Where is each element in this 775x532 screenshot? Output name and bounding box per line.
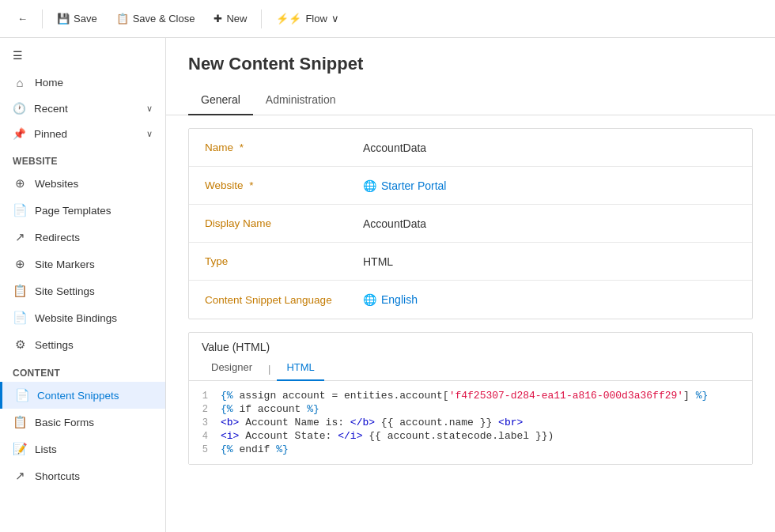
value-header: Value (HTML) [189, 333, 752, 353]
content-section-header: Content [0, 358, 165, 382]
pinned-icon: 📌 [13, 127, 26, 140]
sidebar-item-site-markers[interactable]: ⊕ Site Markers [0, 251, 165, 277]
flow-button[interactable]: ⚡⚡ Flow ∨ [268, 9, 346, 28]
site-markers-icon: ⊕ [13, 257, 27, 271]
settings-icon: ⚙ [13, 338, 27, 352]
save-close-button[interactable]: 📋 Save & Close [108, 9, 203, 28]
code-line-4: 4 <i> Account State: </i> {{ account.sta… [189, 429, 752, 443]
toolbar-divider-1 [42, 9, 43, 28]
value-tab-bar: Designer | HTML [189, 353, 752, 381]
back-button[interactable]: ← [9, 9, 36, 28]
flow-chevron-icon: ∨ [331, 13, 339, 25]
sidebar-item-pinned[interactable]: 📌 Pinned ∨ [0, 121, 165, 146]
websites-icon: ⊕ [13, 176, 27, 191]
sidebar-item-redirects[interactable]: ↗ Redirects [0, 224, 165, 251]
main-area: ☰ ⌂ Home 🕐 Recent ∨ 📌 Pinned ∨ Website ⊕… [0, 38, 775, 532]
code-line-5: 5 {% endif %} [189, 443, 752, 456]
display-name-label: Display Name [205, 217, 363, 229]
code-area: 1 {% assign account = entities.account['… [189, 381, 752, 464]
lists-icon: 📝 [13, 442, 27, 456]
hamburger-icon: ☰ [13, 49, 23, 62]
site-settings-icon: 📋 [13, 284, 27, 298]
sidebar-item-websites[interactable]: ⊕ Websites [0, 170, 165, 197]
sidebar-item-page-templates[interactable]: 📄 Page Templates [0, 197, 165, 224]
tab-administration[interactable]: Administration [253, 87, 349, 115]
code-line-2: 2 {% if account %} [189, 402, 752, 416]
type-label: Type [205, 255, 363, 267]
website-required: * [249, 179, 253, 191]
name-label: Name * [205, 141, 363, 153]
code-line-3: 3 <b> Account Name is: </b> {{ account.n… [189, 416, 752, 429]
form-row-display-name: Display Name AccountData [189, 205, 752, 243]
website-label: Website * [205, 179, 363, 191]
sidebar-item-lists[interactable]: 📝 Lists [0, 436, 165, 462]
value-tab-designer[interactable]: Designer [202, 357, 262, 381]
back-icon: ← [17, 13, 28, 25]
basic-forms-icon: 📋 [13, 415, 27, 429]
type-value: HTML [363, 255, 736, 268]
recent-icon: 🕐 [13, 102, 26, 115]
website-globe-icon: 🌐 [363, 179, 376, 192]
code-line-1: 1 {% assign account = entities.account['… [189, 389, 752, 402]
shortcuts-icon: ↗ [13, 469, 27, 483]
form-row-name: Name * AccountData [189, 129, 752, 167]
redirects-icon: ↗ [13, 230, 27, 244]
value-tab-html[interactable]: HTML [277, 357, 323, 381]
language-label: Content Snippet Language [205, 294, 363, 306]
language-value[interactable]: 🌐 English [363, 293, 736, 306]
new-button[interactable]: ✚ New [206, 9, 255, 28]
sidebar-item-home[interactable]: ⌂ Home [0, 70, 165, 96]
recent-expand-icon: ∨ [146, 104, 153, 114]
sidebar-item-content-snippets[interactable]: 📄 Content Snippets [0, 382, 165, 409]
form-section: Name * AccountData Website * 🌐 Starter P… [188, 128, 753, 319]
toolbar-divider-2 [261, 9, 262, 28]
content-snippets-icon: 📄 [15, 388, 29, 402]
form-row-website: Website * 🌐 Starter Portal [189, 167, 752, 205]
tab-bar: General Administration [166, 81, 775, 115]
website-bindings-icon: 📄 [13, 311, 27, 325]
toolbar: ← 💾 Save 📋 Save & Close ✚ New ⚡⚡ Flow ∨ [0, 0, 775, 38]
sidebar: ☰ ⌂ Home 🕐 Recent ∨ 📌 Pinned ∨ Website ⊕… [0, 38, 166, 532]
form-row-type: Type HTML [189, 243, 752, 281]
home-icon: ⌂ [13, 76, 27, 89]
sidebar-item-shortcuts[interactable]: ↗ Shortcuts [0, 462, 165, 489]
form-row-language: Content Snippet Language 🌐 English [189, 281, 752, 319]
sidebar-item-basic-forms[interactable]: 📋 Basic Forms [0, 409, 165, 436]
sidebar-item-website-bindings[interactable]: 📄 Website Bindings [0, 304, 165, 331]
language-globe-icon: 🌐 [363, 293, 376, 306]
new-icon: ✚ [214, 13, 222, 25]
flow-icon: ⚡⚡ [276, 13, 301, 25]
name-required: * [240, 141, 244, 153]
save-icon: 💾 [57, 13, 70, 25]
save-close-icon: 📋 [116, 13, 129, 25]
sidebar-item-settings[interactable]: ⚙ Settings [0, 331, 165, 358]
website-section-header: Website [0, 146, 165, 170]
value-section: Value (HTML) Designer | HTML 1 {% assign… [188, 332, 753, 465]
sidebar-hamburger[interactable]: ☰ [0, 41, 165, 70]
pinned-expand-icon: ∨ [146, 129, 153, 139]
page-templates-icon: 📄 [13, 203, 27, 217]
sidebar-item-recent[interactable]: 🕐 Recent ∨ [0, 96, 165, 121]
name-value: AccountData [363, 141, 736, 154]
tab-general[interactable]: General [188, 87, 253, 115]
display-name-value: AccountData [363, 217, 736, 230]
page-title: New Content Snippet [166, 38, 775, 74]
sidebar-item-site-settings[interactable]: 📋 Site Settings [0, 277, 165, 304]
website-value[interactable]: 🌐 Starter Portal [363, 179, 736, 192]
content-panel: New Content Snippet General Administrati… [166, 38, 775, 532]
save-button[interactable]: 💾 Save [49, 9, 105, 28]
value-tab-divider: | [262, 357, 277, 380]
